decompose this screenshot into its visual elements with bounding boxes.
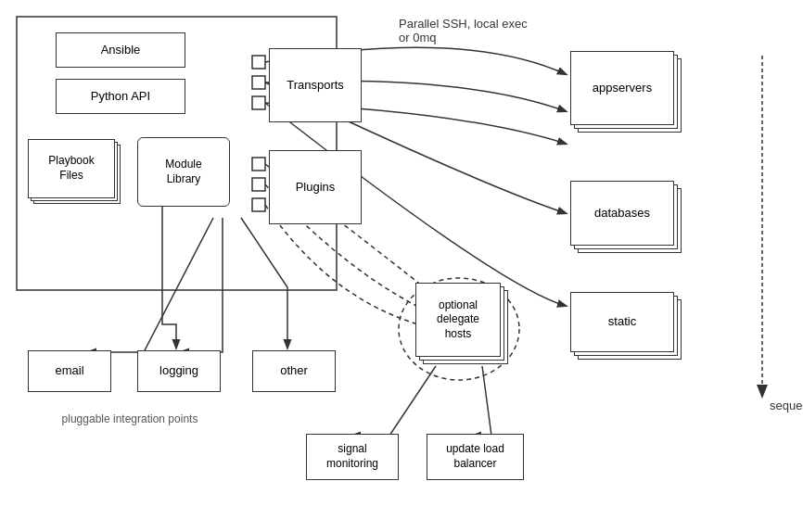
module-library-box: ModuleLibrary: [137, 137, 230, 207]
optional-delegate-label: optionaldelegatehosts: [437, 298, 479, 342]
databases-stack: databases: [570, 181, 682, 255]
svg-rect-2: [252, 76, 265, 89]
svg-rect-5: [252, 178, 265, 191]
sequencing-label: sequencing: [770, 399, 803, 412]
email-label: email: [55, 363, 83, 379]
svg-rect-4: [252, 158, 265, 171]
optional-delegate-stack: optionaldelegatehosts: [415, 283, 508, 366]
update-load-balancer-label: update loadbalancer: [446, 442, 504, 471]
playbook-files-stack: PlaybookFiles: [28, 139, 121, 204]
appservers-stack: appservers: [570, 51, 682, 134]
appservers-label: appservers: [593, 81, 652, 96]
logging-box: logging: [137, 350, 221, 392]
static-label: static: [608, 314, 636, 330]
module-library-label: ModuleLibrary: [165, 158, 201, 186]
playbook-files-label: PlaybookFiles: [48, 154, 94, 183]
plugins-box: Plugins: [269, 150, 362, 224]
pluggable-label: pluggable integration points: [28, 412, 232, 425]
svg-rect-3: [252, 96, 265, 109]
email-box: email: [28, 350, 111, 392]
parallel-ssh-label: Parallel SSH, local execor 0mq: [399, 17, 584, 44]
transports-box: Transports: [269, 48, 362, 122]
plugins-label: Plugins: [296, 180, 336, 196]
ansible-label: Ansible: [101, 43, 141, 58]
signal-monitoring-box: signalmonitoring: [306, 434, 399, 480]
databases-label: databases: [594, 206, 650, 222]
signal-monitoring-label: signalmonitoring: [326, 442, 378, 471]
python-api-label: Python API: [91, 89, 150, 105]
ansible-box: Ansible: [56, 32, 185, 68]
svg-rect-6: [252, 198, 265, 211]
other-box: other: [252, 350, 336, 392]
diagram-container: Ansible Python API PlaybookFiles ModuleL…: [0, 0, 803, 532]
svg-marker-9: [757, 385, 768, 399]
update-load-balancer-box: update loadbalancer: [427, 434, 524, 480]
static-stack: static: [570, 292, 682, 361]
logging-label: logging: [159, 363, 198, 379]
python-api-box: Python API: [56, 79, 185, 114]
svg-rect-1: [252, 56, 265, 69]
other-label: other: [280, 363, 308, 379]
transports-label: Transports: [287, 78, 344, 94]
